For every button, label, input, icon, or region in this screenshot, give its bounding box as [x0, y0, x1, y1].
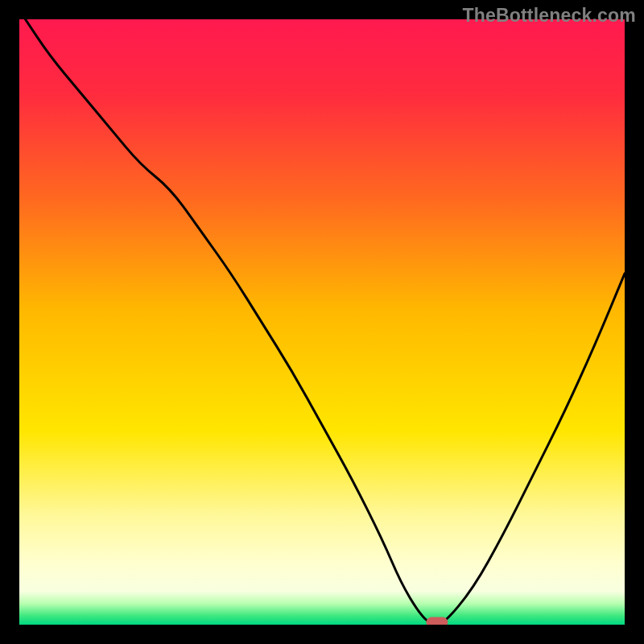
watermark-text: TheBottleneck.com: [462, 5, 636, 27]
optimal-marker: [427, 617, 448, 625]
bottleneck-chart: [19, 19, 625, 625]
chart-frame: [19, 19, 625, 625]
gradient-background: [19, 19, 625, 625]
